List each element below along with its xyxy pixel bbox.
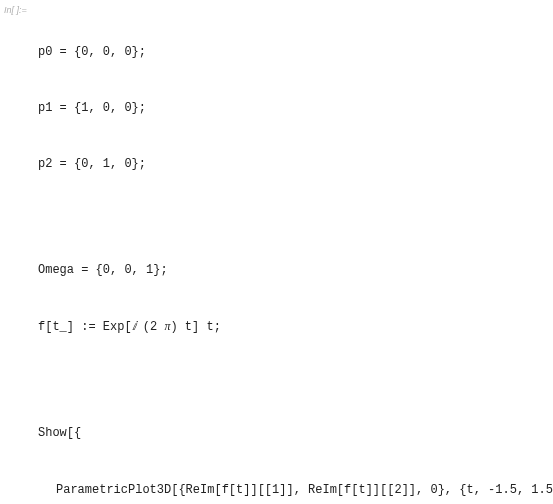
code-line bbox=[38, 373, 545, 386]
code-line: p1 = {1, 0, 0}; bbox=[38, 99, 545, 118]
code-line: Omega = {0, 0, 1}; bbox=[38, 261, 545, 280]
code-text: (2 bbox=[136, 320, 165, 334]
code-line: f[t_] := Exp[ⅈ (2 π) t] t; bbox=[38, 317, 545, 337]
code-block: p0 = {0, 0, 0}; p1 = {1, 0, 0}; p2 = {0,… bbox=[38, 6, 545, 504]
code-text: ) t] t; bbox=[170, 320, 220, 334]
code-line: ParametricPlot3D[{ReIm[f[t]][[1]], ReIm[… bbox=[38, 480, 545, 500]
code-line: p2 = {0, 1, 0}; bbox=[38, 155, 545, 174]
code-line: p0 = {0, 0, 0}; bbox=[38, 43, 545, 62]
notebook-cell: In[ ]:= p0 = {0, 0, 0}; p1 = {1, 0, 0}; … bbox=[0, 0, 553, 504]
code-line bbox=[38, 211, 545, 224]
code-text: ParametricPlot3D[{ReIm[f[t]][[1]], ReIm[… bbox=[56, 483, 553, 497]
cell-input-label: In[ ]:= bbox=[4, 4, 27, 18]
code-line: Show[{ bbox=[38, 424, 545, 443]
code-text: f[t_] := Exp[ bbox=[38, 320, 132, 334]
